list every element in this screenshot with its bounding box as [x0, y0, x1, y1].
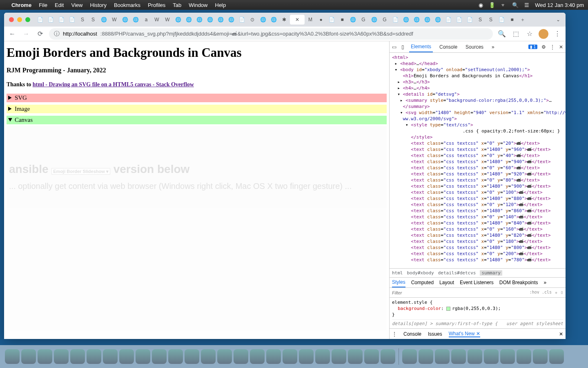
- browser-tab[interactable]: M: [305, 15, 315, 25]
- browser-tab[interactable]: W: [109, 15, 119, 25]
- issues-badge[interactable]: ▮ 1: [528, 45, 537, 49]
- breadcrumb-item[interactable]: details#detcvs: [438, 270, 476, 276]
- browser-tab[interactable]: 🌐: [99, 15, 109, 25]
- site-info-icon[interactable]: ⓘ: [54, 30, 60, 38]
- dock-app-icon[interactable]: [217, 349, 232, 364]
- details-image[interactable]: Image: [7, 105, 387, 113]
- dock-app-icon[interactable]: [185, 349, 199, 364]
- browser-tab[interactable]: 🌐: [401, 15, 411, 25]
- summary-svg[interactable]: SVG: [7, 94, 387, 102]
- menu-window[interactable]: Window: [189, 2, 207, 8]
- dock-app-icon[interactable]: [332, 349, 346, 364]
- dock-app-icon[interactable]: [315, 349, 330, 364]
- dock-app-icon[interactable]: [119, 349, 134, 364]
- summary-canvas[interactable]: Canvas: [7, 116, 387, 124]
- dock-app-icon[interactable]: [451, 349, 466, 364]
- dock-app-icon[interactable]: [234, 349, 248, 364]
- dock-app-icon[interactable]: [402, 349, 417, 364]
- tab-computed[interactable]: Computed: [411, 280, 434, 285]
- browser-tab[interactable]: 📄: [35, 15, 45, 25]
- browser-tab[interactable]: 🌐: [131, 15, 140, 25]
- browser-tab[interactable]: 📄: [237, 15, 247, 25]
- close-window-button[interactable]: [9, 17, 14, 22]
- browser-tab[interactable]: 📄: [46, 15, 56, 25]
- browser-tab[interactable]: ✱: [279, 15, 289, 25]
- tab-sources[interactable]: Sources: [464, 41, 485, 52]
- browser-tab[interactable]: 📄: [454, 15, 464, 25]
- device-icon[interactable]: ▯: [401, 44, 404, 50]
- browser-tab[interactable]: 📄: [67, 15, 77, 25]
- browser-tab[interactable]: W: [163, 15, 172, 25]
- dock-app-icon[interactable]: [517, 349, 531, 364]
- elements-breadcrumb[interactable]: html body#xbody details#detcvs summary: [390, 268, 566, 277]
- dock-app-icon[interactable]: [500, 349, 515, 364]
- elements-tree[interactable]: <html> ▸ <head>…</head> ▾ <body id="xbod…: [390, 53, 566, 268]
- menu-profiles[interactable]: Profiles: [148, 2, 165, 8]
- clock[interactable]: Wed 12 Jan 3:40 pm: [535, 2, 584, 8]
- menu-file[interactable]: File: [39, 2, 47, 8]
- dock-app-icon[interactable]: [266, 349, 281, 364]
- browser-tab[interactable]: 🌐: [226, 15, 236, 25]
- browser-tab[interactable]: 🌐: [369, 15, 379, 25]
- dock-app-icon[interactable]: [250, 349, 265, 364]
- dock-app-icon[interactable]: [201, 349, 216, 364]
- dock-app-icon[interactable]: [299, 349, 314, 364]
- menu-history[interactable]: History: [90, 2, 106, 8]
- browser-tab[interactable]: 📄: [443, 15, 453, 25]
- window-controls[interactable]: [7, 17, 33, 22]
- summary-image[interactable]: Image: [7, 105, 387, 113]
- browser-tab[interactable]: 📄: [390, 15, 400, 25]
- browser-tab[interactable]: 🌐: [205, 15, 215, 25]
- tab-elements[interactable]: Elements: [409, 41, 433, 52]
- drawer-issues[interactable]: Issues: [428, 331, 442, 337]
- chrome-menu-icon[interactable]: ⋮: [552, 29, 562, 39]
- inspect-icon[interactable]: ▭: [392, 44, 396, 50]
- dock-app-icon[interactable]: [419, 349, 433, 364]
- bookmark-star-icon[interactable]: ☆: [525, 29, 535, 39]
- settings-gear-icon[interactable]: ⚙: [541, 44, 546, 50]
- styles-filter-input[interactable]: [392, 290, 526, 295]
- browser-tab[interactable]: 🌐: [184, 15, 194, 25]
- details-svg[interactable]: SVG: [7, 94, 387, 102]
- profile-avatar[interactable]: [539, 29, 548, 39]
- browser-tab[interactable]: 🌐: [173, 15, 183, 25]
- tab-styles[interactable]: Styles: [392, 278, 405, 287]
- styles-sidebar-toggle[interactable]: ▯: [561, 290, 563, 296]
- browser-tab[interactable]: 🌐: [433, 15, 443, 25]
- minimize-window-button[interactable]: [17, 17, 22, 22]
- dock-app-icon[interactable]: [21, 349, 36, 364]
- menu-view[interactable]: View: [71, 2, 82, 8]
- dock-app-icon[interactable]: [435, 349, 450, 364]
- wifi-icon[interactable]: ᯤ: [501, 2, 506, 8]
- browser-tab[interactable]: ⊙: [247, 15, 257, 25]
- tab-dom-breakpoints[interactable]: DOM Breakpoints: [499, 280, 538, 285]
- browser-tab[interactable]: G: [359, 15, 368, 25]
- tab-layout[interactable]: Layout: [439, 280, 454, 285]
- browser-tab[interactable]: G: [380, 15, 390, 25]
- browser-tab[interactable]: a: [141, 15, 151, 25]
- dock-app-icon[interactable]: [103, 349, 118, 364]
- zoom-icon[interactable]: 🔍: [497, 29, 507, 39]
- back-button[interactable]: ←: [7, 29, 17, 39]
- browser-tab[interactable]: S: [486, 15, 496, 25]
- install-icon[interactable]: ⬚: [511, 29, 521, 39]
- app-name[interactable]: Chrome: [11, 2, 31, 8]
- tab-overflow-button[interactable]: ⌄: [553, 15, 563, 25]
- browser-tab[interactable]: 🌐: [348, 15, 358, 25]
- macos-dock[interactable]: [0, 345, 588, 368]
- dock-app-icon[interactable]: [364, 349, 379, 364]
- breadcrumb-item[interactable]: html: [392, 270, 403, 276]
- dock-app-icon[interactable]: [152, 349, 167, 364]
- drawer-close-icon[interactable]: ✕: [559, 331, 563, 337]
- style-prop[interactable]: background-color: [398, 306, 441, 311]
- styles-pane[interactable]: element.style { background-color: rgba(0…: [390, 298, 566, 328]
- new-tab-button[interactable]: ＋: [518, 15, 528, 25]
- dock-app-icon[interactable]: [168, 349, 183, 364]
- dock-app-icon[interactable]: [136, 349, 150, 364]
- style-val[interactable]: rgba(0,255,0,0.3);: [452, 306, 501, 311]
- hov-toggle[interactable]: :hov: [530, 290, 539, 296]
- dock-app-icon[interactable]: [87, 349, 101, 364]
- browser-tab[interactable]: 🌐: [412, 15, 421, 25]
- cls-toggle[interactable]: .cls: [542, 290, 552, 296]
- browser-tab[interactable]: ■: [337, 15, 347, 25]
